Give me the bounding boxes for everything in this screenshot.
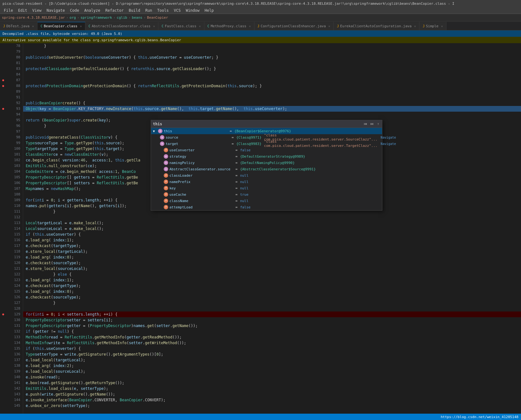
debug-btn-next[interactable]: ⏭ [369, 122, 375, 126]
tab-close-configclass[interactable]: ✕ [328, 24, 330, 28]
code-line[interactable]: e.checkcast(targetType); [23, 243, 521, 249]
debug-btn-up[interactable]: ↑ [376, 122, 380, 126]
menu-file[interactable]: File [1, 8, 16, 13]
code-editor[interactable]: } public void setUseConverter(boolean us… [23, 43, 521, 414]
menu-run[interactable]: Run [143, 8, 155, 13]
code-line[interactable]: Local sourceLocal = e.make_local(); [23, 226, 521, 232]
debug-row[interactable]: fuseCache = true [151, 191, 382, 198]
breadcrumb-springframework[interactable]: springframework [81, 16, 112, 20]
breadcrumb-beans[interactable]: beans [132, 16, 142, 20]
code-line[interactable] [23, 89, 521, 95]
code-line[interactable]: } [23, 43, 521, 49]
debug-row[interactable]: fclassLoader = null [151, 172, 382, 179]
debug-row[interactable]: fkey = null [151, 185, 382, 191]
code-line[interactable]: } [23, 300, 521, 306]
code-line[interactable]: e.load_arg( index: 0); [23, 289, 521, 294]
code-line[interactable]: e.load_arg( index: 1); [23, 277, 521, 283]
debug-row[interactable]: ostrategy = {DefaultGeneratorStrategy@99… [151, 153, 382, 160]
tab-abstractclass[interactable]: C AbstractClassGenerator.class ✕ [85, 22, 159, 30]
code-line[interactable]: e.checkcast(sourceType); [23, 294, 521, 300]
code-line[interactable]: e.box(read.getSignature().getReturnType(… [23, 380, 521, 386]
menu-analyze[interactable]: Analyze [82, 8, 103, 13]
debug-row[interactable]: otarget = {Class@9983}"class com.pica.cl… [151, 141, 382, 147]
code-line[interactable]: e.store_local(targetLocal); [23, 249, 521, 254]
code-line[interactable]: for(int i = 0; i < setters.length; ++i) … [23, 312, 521, 317]
code-line[interactable]: e.store_local(sourceLocal); [23, 266, 521, 272]
code-line[interactable] [23, 112, 521, 117]
tab-beancopier[interactable]: C BeanCopier.class ✕ [37, 22, 85, 30]
breadcrumb-beancopier[interactable]: BeanCopier [147, 16, 168, 20]
debug-row[interactable]: fuseConverter = false [151, 147, 382, 153]
code-line[interactable]: Object key = BeanCopier.KEY_FACTORY.newI… [23, 106, 521, 112]
code-line[interactable]: e.load_local(targetLocal); [23, 357, 521, 363]
code-line[interactable]: Local targetLocal = e.make_local(); [23, 220, 521, 226]
code-line[interactable]: e.push(write.getSignature().getName()); [23, 391, 521, 397]
code-line[interactable]: protected ClassLoader getDefaultClassLoa… [23, 66, 521, 72]
debug-row[interactable]: fattemptLoad = false [151, 204, 382, 210]
code-line[interactable]: e.load_arg( index: 0); [23, 254, 521, 260]
debug-expand-arrow[interactable]: ▼ [153, 129, 157, 133]
code-line[interactable]: MethodInfo read = ReflectUtils.getMethod… [23, 334, 521, 340]
code-line[interactable]: e.unbox_or_zero(setterType); [23, 403, 521, 409]
menu-edit[interactable]: Edit [16, 8, 30, 13]
code-line[interactable] [23, 306, 521, 312]
tab-close-abstractclass[interactable]: ✕ [153, 24, 155, 28]
tab-dbtest[interactable]: J DbTest.java ✕ [0, 22, 37, 30]
debug-row[interactable]: onamingPolicy = {DefaultNamingPolicy@999… [151, 160, 382, 166]
debug-row[interactable]: fnamePrefix = null [151, 179, 382, 185]
code-line[interactable] [23, 214, 521, 220]
menu-code[interactable]: Code [68, 8, 82, 13]
breadcrumb-jar[interactable]: spring-core-4.3.18.RELEASE.jar [2, 16, 65, 20]
code-line[interactable]: e.invoke_interface(BeanCopier.CONVERTER,… [23, 397, 521, 403]
tab-close-dbtest[interactable]: ✕ [32, 24, 34, 28]
tab-close-simple[interactable]: ✕ [441, 24, 443, 28]
code-line[interactable] [23, 60, 521, 66]
debug-navigate-link[interactable]: Navigate [381, 136, 396, 139]
tab-fastclass[interactable]: C FastClass.class ✕ [158, 22, 204, 30]
menu-build[interactable]: Build [126, 8, 143, 13]
breadcrumb-cglib[interactable]: cglib [117, 16, 127, 20]
breadcrumb-org[interactable]: org [69, 16, 76, 20]
code-line[interactable]: public void setUseConverter(boolean useC… [23, 55, 521, 60]
code-line[interactable]: if (this.useConverter) { [23, 346, 521, 351]
debug-navigate-link[interactable]: Navigate [381, 142, 396, 146]
menu-refactor[interactable]: Refactor [103, 8, 126, 13]
code-line[interactable]: PropertyDescriptor setter = setters[i]; [23, 317, 521, 323]
debug-btn-prev[interactable]: ⏮ [363, 122, 368, 126]
code-line[interactable]: protected ProtectionDomain getProtection… [23, 83, 521, 89]
code-line[interactable] [23, 72, 521, 77]
tab-close-eurekaclient[interactable]: ✕ [414, 24, 416, 28]
debug-row[interactable]: fclassName = null [151, 198, 382, 204]
code-line[interactable]: public BeanCopier create() { [23, 100, 521, 106]
code-line[interactable]: e.load_arg( index: 2); [23, 363, 521, 369]
menu-tools[interactable]: Tools [155, 8, 171, 13]
tab-configclass[interactable]: J ConfigurationClassEnhancer.java ✕ [254, 22, 334, 30]
code-line[interactable]: Type setterType = write.getSignature().g… [23, 351, 521, 357]
code-line[interactable]: MethodInfo write = ReflectUtils.getMetho… [23, 340, 521, 346]
menu-help[interactable]: Help [202, 8, 216, 13]
menu-vcs[interactable]: VCS [171, 8, 183, 13]
tab-close-beancopier[interactable]: ✕ [80, 24, 82, 28]
code-line[interactable]: PropertyDescriptor getter = (PropertyDes… [23, 323, 521, 329]
code-line[interactable]: if (getter != null) { [23, 329, 521, 334]
menu-navigate[interactable]: Navigate [44, 8, 68, 13]
code-line[interactable] [23, 77, 521, 83]
code-line[interactable] [23, 49, 521, 55]
tab-close-methodproxy[interactable]: ✕ [249, 24, 251, 28]
code-line[interactable]: e.load_arg( index: 1); [23, 237, 521, 243]
code-line[interactable]: e.checkcast(targetType); [23, 283, 521, 289]
tab-methodproxy[interactable]: C MethodProxy.class ✕ [204, 22, 254, 30]
tab-eurekaclient[interactable]: J EurekaClientAutoConfiguration.java ✕ [334, 22, 419, 30]
code-line[interactable]: } else { [23, 272, 521, 277]
tab-close-fastclass[interactable]: ✕ [199, 24, 201, 28]
menu-window[interactable]: Window [183, 8, 202, 13]
code-line[interactable]: e.load_local(sourceLocal); [23, 369, 521, 374]
tab-simple[interactable]: J Simple ✕ [419, 22, 446, 30]
code-line[interactable]: if (this.useConverter) { [23, 232, 521, 237]
code-line[interactable]: e.checkcast(sourceType); [23, 260, 521, 266]
code-line[interactable]: EmitUtils.load_class(e, setterType); [23, 386, 521, 391]
debug-row[interactable]: oAbstractClassGenerator.source = {Abstra… [151, 166, 382, 172]
menu-view[interactable]: View [30, 8, 44, 13]
code-line[interactable]: e.invoke(read); [23, 374, 521, 380]
code-line[interactable] [23, 95, 521, 100]
